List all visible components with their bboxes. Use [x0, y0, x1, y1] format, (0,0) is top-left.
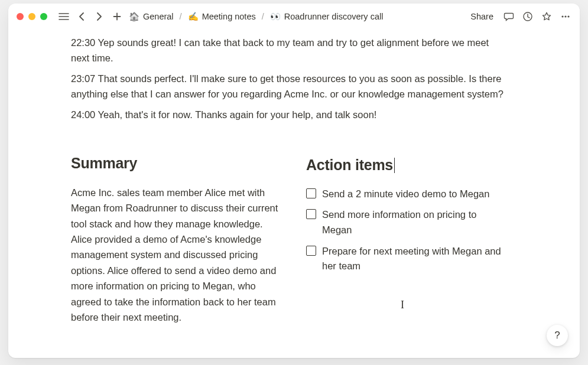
page-content[interactable]: 22:30 Yep sounds great! I can take that … — [8, 30, 580, 358]
nav-back-button[interactable] — [73, 8, 90, 25]
checkbox[interactable] — [306, 246, 316, 256]
more-menu-button[interactable] — [557, 8, 574, 25]
window-controls — [17, 13, 47, 20]
breadcrumb-separator: / — [180, 12, 182, 21]
summary-heading[interactable]: Summary — [71, 155, 137, 172]
minimize-window-button[interactable] — [28, 13, 35, 20]
summary-body[interactable]: Acme Inc. sales team member Alice met wi… — [71, 185, 282, 325]
breadcrumb-current-page[interactable]: 👀 Roadrunner discovery call — [268, 11, 386, 23]
writing-hand-icon: ✍️ — [188, 12, 199, 22]
todo-label[interactable]: Prepare for next meeting with Megan and … — [322, 244, 508, 274]
topbar: 🏠 General / ✍️ Meeting notes / 👀 Roadrun… — [8, 4, 580, 30]
svg-point-8 — [567, 15, 569, 17]
breadcrumb-label: General — [143, 12, 174, 21]
sidebar-toggle-button[interactable] — [56, 8, 72, 25]
nav-forward-button[interactable] — [91, 8, 108, 25]
svg-point-6 — [561, 15, 563, 17]
updates-button[interactable] — [519, 8, 536, 25]
breadcrumb-root[interactable]: 🏠 General — [126, 11, 176, 23]
app-window: 🏠 General / ✍️ Meeting notes / 👀 Roadrun… — [8, 4, 580, 358]
breadcrumb-separator: / — [262, 12, 264, 21]
home-icon: 🏠 — [129, 12, 139, 22]
breadcrumb-meeting-notes[interactable]: ✍️ Meeting notes — [186, 11, 258, 23]
help-button[interactable]: ? — [547, 325, 568, 346]
todo-item[interactable]: Send a 2 minute video demo to Megan — [306, 187, 508, 202]
favorite-button[interactable] — [538, 8, 555, 25]
checkbox[interactable] — [306, 188, 316, 198]
comments-button[interactable] — [501, 8, 517, 25]
action-items-column[interactable]: Action items Send a 2 minute video demo … — [306, 155, 508, 325]
breadcrumb-label: Meeting notes — [202, 12, 256, 21]
eyes-icon: 👀 — [270, 12, 281, 22]
share-button[interactable]: Share — [466, 9, 498, 24]
summary-column[interactable]: Summary Acme Inc. sales team member Alic… — [71, 155, 282, 325]
todo-item[interactable]: Prepare for next meeting with Megan and … — [306, 244, 508, 274]
todo-label[interactable]: Send a 2 minute video demo to Megan — [322, 187, 508, 202]
transcript-line[interactable]: 23:07 That sounds perfect. I'll make sur… — [71, 71, 508, 102]
action-items-heading[interactable]: Action items — [306, 155, 394, 174]
close-window-button[interactable] — [17, 13, 24, 20]
new-tab-button[interactable] — [109, 8, 125, 25]
checkbox[interactable] — [306, 209, 316, 219]
transcript-line[interactable]: 22:30 Yep sounds great! I can take that … — [71, 35, 508, 66]
maximize-window-button[interactable] — [40, 13, 47, 20]
transcript-line[interactable]: 24:00 Yeah, that's it for now. Thanks ag… — [71, 107, 508, 123]
transcript-block[interactable]: 22:30 Yep sounds great! I can take that … — [71, 35, 508, 123]
breadcrumb-label: Roadrunner discovery call — [284, 12, 384, 21]
svg-point-7 — [564, 15, 566, 17]
todo-list: Send a 2 minute video demo to Megan Send… — [306, 187, 508, 274]
breadcrumbs: 🏠 General / ✍️ Meeting notes / 👀 Roadrun… — [126, 11, 385, 23]
topbar-actions: Share — [466, 8, 574, 25]
todo-item[interactable]: Send more information on pricing to Mega… — [306, 207, 508, 237]
todo-label[interactable]: Send more information on pricing to Mega… — [322, 207, 508, 237]
text-cursor-icon: I — [401, 299, 404, 311]
